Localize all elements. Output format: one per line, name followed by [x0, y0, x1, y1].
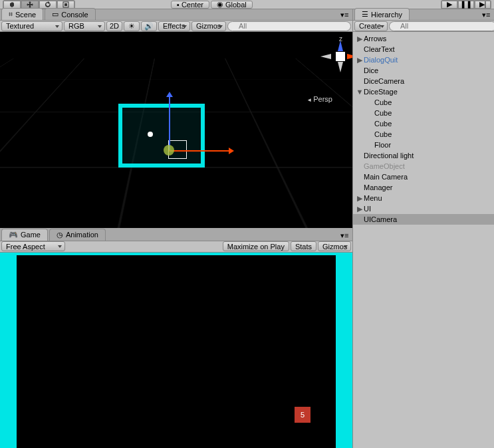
tree-item-label: Cube: [374, 120, 392, 128]
hierarchy-tab-strip: ☰Hierarchy ▾≡: [353, 9, 494, 21]
pivot-button[interactable]: ▪Center: [171, 1, 209, 9]
tree-item[interactable]: Manager: [353, 182, 494, 193]
tree-item-label: Arrows: [364, 35, 386, 43]
tree-item[interactable]: UICamera: [353, 214, 494, 225]
expand-arrow-icon[interactable]: ▶: [356, 56, 364, 64]
tree-item[interactable]: ClearText: [353, 44, 494, 55]
tree-item[interactable]: ▶Menu: [353, 193, 494, 203]
tree-item-label: DialogQuit: [364, 56, 398, 64]
scene-toolbar: Textured RGB 2D ☀ 🔊 Effects Gizmos: [0, 21, 352, 32]
clock-icon: ◷: [57, 231, 63, 239]
play-controls: ▶ ❚❚ ▶|: [441, 0, 491, 9]
rgb-dropdown[interactable]: RGB: [64, 21, 105, 31]
play-button[interactable]: ▶: [441, 1, 457, 9]
lighting-button[interactable]: ☀: [124, 21, 140, 31]
shading-dropdown[interactable]: Textured: [1, 21, 62, 31]
aspect-dropdown[interactable]: Free Aspect: [1, 241, 65, 251]
move-icon: [27, 1, 33, 8]
tree-item[interactable]: Dice: [353, 65, 494, 76]
rotate-icon: [45, 1, 51, 8]
hierarchy-search-input[interactable]: [389, 21, 494, 31]
tree-item-label: Menu: [364, 194, 382, 202]
tree-item[interactable]: ▶UI: [353, 203, 494, 214]
audio-button[interactable]: 🔊: [141, 21, 157, 31]
create-dropdown[interactable]: Create: [354, 21, 388, 31]
expand-arrow-icon[interactable]: ▶: [356, 194, 364, 203]
scene-icon: ⌗: [9, 10, 13, 19]
tree-item-label: Cube: [374, 109, 392, 117]
hierarchy-icon: ☰: [362, 10, 368, 19]
pause-button[interactable]: ❚❚: [458, 1, 474, 9]
tree-item[interactable]: GameObject: [353, 161, 494, 171]
tree-item[interactable]: ▶Arrows: [353, 33, 494, 44]
dice-face: 5: [295, 407, 310, 423]
expand-arrow-icon[interactable]: ▶: [356, 205, 364, 213]
hand-tool-button[interactable]: [3, 1, 21, 9]
scale-icon: [62, 1, 69, 8]
orient-cube[interactable]: [336, 52, 345, 61]
tree-item[interactable]: Cube: [353, 118, 494, 129]
tree-item-label: Cube: [374, 130, 392, 138]
rotate-tool-button[interactable]: [39, 1, 57, 9]
tab-scene[interactable]: ⌗Scene: [1, 8, 43, 20]
tree-item[interactable]: ▼DiceStage: [353, 86, 494, 97]
effects-dropdown[interactable]: Effects: [158, 21, 190, 31]
game-tab-strip: 🎮Game ◷Animation ▾≡: [0, 230, 352, 241]
game-gizmos-dropdown[interactable]: Gizmos: [318, 241, 351, 251]
tree-item[interactable]: DiceCamera: [353, 76, 494, 86]
play-icon: ▶: [447, 0, 452, 9]
pivot-space-group: ▪Center ◉Global: [171, 1, 253, 9]
tab-menu-button[interactable]: ▾≡: [340, 11, 350, 17]
game-tab-menu-button[interactable]: ▾≡: [340, 231, 350, 238]
gizmos-dropdown[interactable]: Gizmos: [191, 21, 226, 31]
tab-animation[interactable]: ◷Animation: [49, 229, 106, 241]
move-tool-button[interactable]: [21, 1, 39, 9]
game-toolbar: Free Aspect Maximize on Play Stats Gizmo…: [0, 241, 352, 253]
tree-item-label: Manager: [364, 183, 392, 191]
left-column: ⌗Scene ▭Console ▾≡ Textured RGB 2D ☀ 🔊 E…: [0, 9, 352, 448]
expand-arrow-icon[interactable]: ▼: [356, 88, 364, 96]
game-view: 5: [0, 253, 352, 449]
tree-item-label: DiceCamera: [364, 77, 404, 85]
tab-game[interactable]: 🎮Game: [1, 229, 48, 241]
gizmo-y-axis[interactable]: [169, 97, 170, 150]
pause-icon: ❚❚: [460, 0, 472, 9]
stats-toggle[interactable]: Stats: [291, 241, 316, 251]
center-icon: ▪: [177, 1, 180, 9]
space-button[interactable]: ◉Global: [211, 1, 253, 9]
step-button[interactable]: ▶|: [475, 1, 491, 9]
scale-tool-button[interactable]: [57, 1, 74, 9]
tree-item[interactable]: Floor: [353, 140, 494, 150]
tree-item-label: GameObject: [364, 162, 405, 170]
tree-item-label: Dice: [364, 66, 378, 74]
scene-view[interactable]: z x Persp: [0, 32, 352, 228]
console-icon: ▭: [52, 10, 59, 19]
tree-item-label: DiceStage: [364, 88, 398, 96]
hand-icon: [9, 1, 15, 8]
hierarchy-tree[interactable]: ▶ArrowsClearText▶DialogQuitDiceDiceCamer…: [353, 32, 494, 448]
tab-console[interactable]: ▭Console: [45, 8, 95, 20]
expand-arrow-icon[interactable]: ▶: [356, 35, 364, 43]
gizmo-x-axis[interactable]: [169, 150, 229, 152]
tree-item-label: ClearText: [364, 45, 394, 53]
scene-search-input[interactable]: [227, 21, 351, 31]
tree-item-label: UICamera: [364, 215, 397, 223]
tree-item[interactable]: Directional light: [353, 150, 494, 161]
tree-item[interactable]: ▶DialogQuit: [353, 55, 494, 65]
tree-item-label: UI: [364, 205, 371, 213]
gizmo-center[interactable]: [164, 145, 174, 156]
right-column: ☰Hierarchy ▾≡ Create ▶ArrowsClearText▶Di…: [352, 9, 494, 448]
scene-object-stage[interactable]: [118, 104, 205, 168]
mode-2d-button[interactable]: 2D: [106, 21, 122, 31]
tree-item[interactable]: Cube: [353, 108, 494, 118]
projection-label[interactable]: Persp: [307, 95, 332, 103]
scene-object-dot: [148, 132, 153, 137]
tree-item[interactable]: Cube: [353, 97, 494, 108]
globe-icon: ◉: [217, 0, 223, 9]
tree-item-label: Floor: [374, 141, 391, 149]
tree-item[interactable]: Cube: [353, 129, 494, 140]
tree-item[interactable]: Main Camera: [353, 171, 494, 182]
maximize-toggle[interactable]: Maximize on Play: [223, 241, 289, 251]
hierarchy-tab-menu-button[interactable]: ▾≡: [482, 11, 491, 17]
tab-hierarchy[interactable]: ☰Hierarchy: [354, 8, 410, 20]
